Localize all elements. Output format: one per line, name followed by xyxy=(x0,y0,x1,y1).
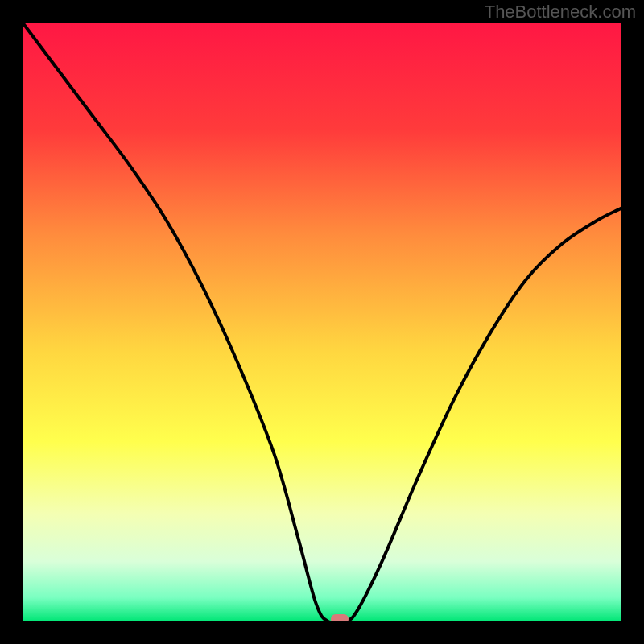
minimum-marker xyxy=(331,614,349,621)
bottleneck-chart: TheBottleneck.com xyxy=(0,0,644,644)
bottleneck-curve xyxy=(23,23,621,621)
plot-area xyxy=(23,23,621,621)
attribution-text: TheBottleneck.com xyxy=(485,2,636,23)
